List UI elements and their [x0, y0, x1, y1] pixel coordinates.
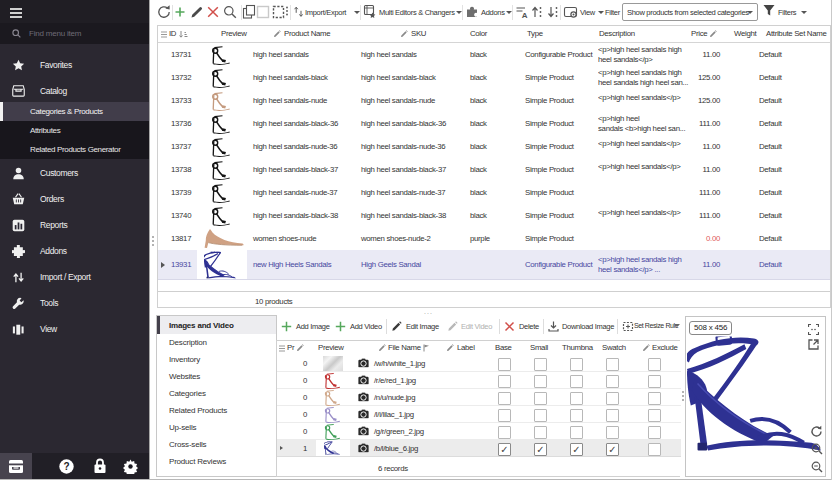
svg-text:A: A [522, 11, 528, 20]
svg-text:?: ? [63, 461, 69, 472]
